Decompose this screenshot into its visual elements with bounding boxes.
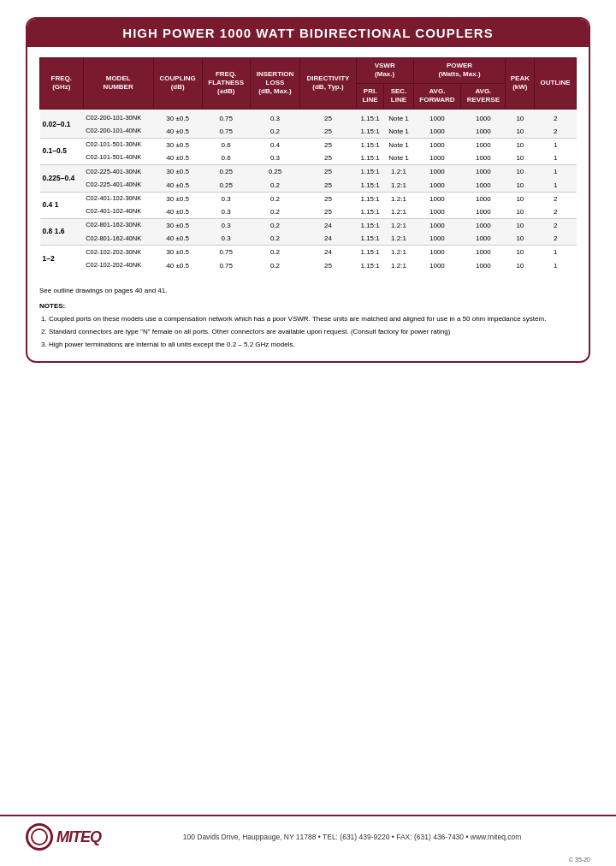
directivity-cell: 25 xyxy=(300,165,357,179)
avg-fwd-cell: 1000 xyxy=(413,219,461,233)
avg-fwd-cell: 1000 xyxy=(413,165,461,179)
avg-fwd-cell: 1000 xyxy=(413,232,461,246)
vswr-sec-cell: 1.2:1 xyxy=(384,232,413,246)
th-freq: FREQ.(GHz) xyxy=(40,58,84,110)
vswr-sec-cell: 1.2:1 xyxy=(384,219,413,233)
outline-cell: 1 xyxy=(535,259,577,272)
outline-cell: 2 xyxy=(535,205,577,219)
model-cell: C02-401-102-30NK xyxy=(83,192,153,205)
peak-cell: 10 xyxy=(506,219,535,233)
vswr-pri-cell: 1.15:1 xyxy=(356,165,384,179)
avg-fwd-cell: 1000 xyxy=(413,179,461,193)
freq-cell: 0.1–0.5 xyxy=(40,138,84,164)
directivity-cell: 24 xyxy=(300,246,357,259)
avg-rev-cell: 1000 xyxy=(461,138,506,151)
outline-cell: 1 xyxy=(535,151,577,165)
notes-section: See outline drawings on pages 40 and 41.… xyxy=(27,282,589,361)
freq-cell: 0.4 1 xyxy=(40,192,84,218)
vswr-sec-cell: 1.2:1 xyxy=(384,192,413,205)
avg-fwd-cell: 1000 xyxy=(413,151,461,165)
avg-rev-cell: 1000 xyxy=(461,246,506,259)
directivity-cell: 25 xyxy=(300,138,357,151)
footer: MITEQ 100 Davids Drive, Hauppauge, NY 11… xyxy=(0,815,616,857)
vswr-sec-cell: Note 1 xyxy=(384,151,413,165)
model-cell: C02-101-501-40NK xyxy=(83,151,153,165)
vswr-sec-cell: 1.2:1 xyxy=(384,165,413,179)
vswr-pri-cell: 1.15:1 xyxy=(356,179,384,193)
avg-rev-cell: 1000 xyxy=(461,125,506,139)
insertion-cell: 0.2 xyxy=(250,179,299,193)
table-row: C02-801-162-40NK40 ±0.50.30.2241.15:11.2… xyxy=(40,232,577,246)
peak-cell: 10 xyxy=(506,246,535,259)
directivity-cell: 25 xyxy=(300,192,357,205)
vswr-pri-cell: 1.15:1 xyxy=(356,192,384,205)
vswr-sec-cell: Note 1 xyxy=(384,109,413,125)
outline-cell: 2 xyxy=(535,125,577,139)
table-row: 0.225–0.4C02-225-401-30NK30 ±0.50.250.25… xyxy=(40,165,577,179)
note-item-1: 1. Coupled ports on these models use a c… xyxy=(39,314,577,324)
vswr-sec-cell: 1.2:1 xyxy=(384,246,413,259)
avg-rev-cell: 1000 xyxy=(461,179,506,193)
vswr-pri-cell: 1.15:1 xyxy=(356,125,384,139)
avg-rev-cell: 1000 xyxy=(461,192,506,205)
peak-cell: 10 xyxy=(506,165,535,179)
directivity-cell: 25 xyxy=(300,125,357,139)
coupling-cell: 30 ±0.5 xyxy=(153,192,202,205)
th-vswr-group: VSWR(Max.) xyxy=(356,58,413,84)
th-insertion: INSERTIONLOSS(dB, Max.) xyxy=(250,58,299,110)
footer-logo: MITEQ xyxy=(26,823,101,851)
table-row: 0.8 1.6C02-801-162-30NK30 ±0.50.30.2241.… xyxy=(40,219,577,233)
table-row: 0.1–0.5C02-101-501-30NK30 ±0.50.60.4251.… xyxy=(40,138,577,151)
vswr-sec-cell: Note 1 xyxy=(384,125,413,139)
th-flatness: FREQ.FLATNESS(±dB) xyxy=(202,58,250,110)
avg-fwd-cell: 1000 xyxy=(413,246,461,259)
avg-fwd-cell: 1000 xyxy=(413,138,461,151)
table-row: C02-102-202-40NK40 ±0.50.750.2251.15:11.… xyxy=(40,259,577,272)
page: HIGH POWER 1000 WATT BIDIRECTIONAL COUPL… xyxy=(0,0,616,866)
vswr-pri-cell: 1.15:1 xyxy=(356,109,384,125)
avg-rev-cell: 1000 xyxy=(461,165,506,179)
vswr-sec-cell: 1.2:1 xyxy=(384,205,413,219)
model-cell: C02-102-202-40NK xyxy=(83,259,153,272)
vswr-sec-cell: 1.2:1 xyxy=(384,259,413,272)
vswr-pri-cell: 1.15:1 xyxy=(356,246,384,259)
flatness-cell: 0.6 xyxy=(202,151,250,165)
insertion-cell: 0.2 xyxy=(250,259,299,272)
directivity-cell: 25 xyxy=(300,205,357,219)
th-avg-rev: AVG.REVERSE xyxy=(461,83,506,109)
coupling-cell: 30 ±0.5 xyxy=(153,219,202,233)
notes-title: NOTES: xyxy=(39,301,577,311)
avg-rev-cell: 1000 xyxy=(461,151,506,165)
coupling-cell: 40 ±0.5 xyxy=(153,232,202,246)
insertion-cell: 0.2 xyxy=(250,205,299,219)
table-row: C02-401-102-40NK40 ±0.50.30.2251.15:11.2… xyxy=(40,205,577,219)
flatness-cell: 0.25 xyxy=(202,179,250,193)
directivity-cell: 25 xyxy=(300,259,357,272)
flatness-cell: 0.75 xyxy=(202,109,250,125)
vswr-sec-cell: Note 1 xyxy=(384,138,413,151)
peak-cell: 10 xyxy=(506,138,535,151)
insertion-cell: 0.3 xyxy=(250,109,299,125)
peak-cell: 10 xyxy=(506,205,535,219)
freq-cell: 0.8 1.6 xyxy=(40,219,84,246)
footer-address: 100 Davids Drive, Hauppauge, NY 11788 • … xyxy=(114,833,590,841)
coupling-cell: 40 ±0.5 xyxy=(153,259,202,272)
freq-cell: 0.02–0.1 xyxy=(40,109,84,138)
avg-fwd-cell: 1000 xyxy=(413,109,461,125)
avg-fwd-cell: 1000 xyxy=(413,192,461,205)
peak-cell: 10 xyxy=(506,109,535,125)
model-cell: C02-200-101-30NK xyxy=(83,109,153,125)
directivity-cell: 25 xyxy=(300,151,357,165)
outline-cell: 2 xyxy=(535,219,577,233)
vswr-pri-cell: 1.15:1 xyxy=(356,151,384,165)
table-row: C02-225-401-40NK40 ±0.50.250.2251.15:11.… xyxy=(40,179,577,193)
th-vswr-pri: PRI.LINE xyxy=(356,83,384,109)
flatness-cell: 0.25 xyxy=(202,165,250,179)
directivity-cell: 24 xyxy=(300,232,357,246)
header-row-1: FREQ.(GHz) MODELNUMBER COUPLING(dB) FREQ… xyxy=(40,58,577,84)
avg-rev-cell: 1000 xyxy=(461,205,506,219)
th-coupling: COUPLING(dB) xyxy=(153,58,202,110)
flatness-cell: 0.75 xyxy=(202,125,250,139)
th-avg-fwd: AVG.FORWARD xyxy=(413,83,461,109)
page-ref: C 35-20 xyxy=(569,857,590,863)
